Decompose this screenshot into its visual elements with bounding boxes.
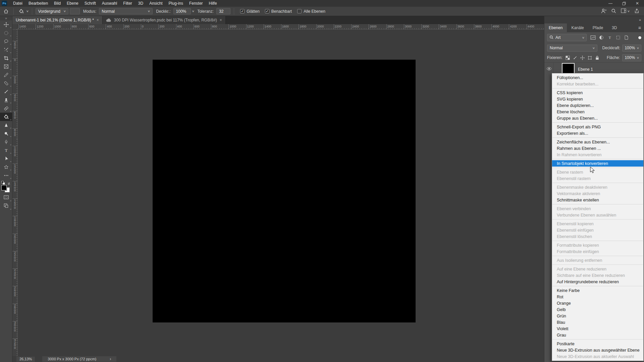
checkbox-gl-tten[interactable]: ✓Glätten — [240, 9, 260, 14]
toolbar-collapse-button[interactable]: » — [0, 16, 12, 20]
pattern-swatch-box[interactable] — [70, 8, 80, 14]
foreground-color-swatch[interactable] — [1, 185, 7, 190]
layer-opacity-box[interactable]: 100% ∨ — [622, 45, 641, 52]
status-chevron-icon[interactable]: › — [110, 357, 111, 361]
lasso-tool[interactable] — [0, 37, 12, 46]
fill-source-dropdown[interactable]: Vordergrund ∨ — [36, 8, 68, 14]
menubar-item-ansicht[interactable]: Ansicht — [146, 0, 165, 7]
brush-tool[interactable] — [0, 87, 12, 96]
context-menu-item-ebene-löschen[interactable]: Ebene löschen — [552, 109, 643, 115]
context-menu-item-violett[interactable]: Violett — [552, 325, 643, 332]
custom-shape-tool[interactable] — [0, 163, 12, 171]
sharpen-tool[interactable] — [0, 121, 12, 129]
context-menu-item-gelb[interactable]: Gelb — [552, 306, 643, 313]
context-menu-item-gruppe-aus-ebenen[interactable]: Gruppe aus Ebenen... — [552, 115, 643, 121]
quick-mask-button[interactable] — [0, 194, 12, 202]
marquee-tool[interactable] — [0, 29, 12, 37]
context-menu-item-exportieren-als[interactable]: Exportieren als... — [552, 130, 643, 136]
blend-mode-dropdown[interactable]: Normal ∨ — [547, 45, 597, 52]
document-tab[interactable]: Unbenannt-1 bei 26,1% (Ebene 1, RGB/8) *… — [12, 16, 103, 24]
default-colors-icon[interactable] — [3, 182, 5, 185]
context-menu-item-rot[interactable]: Rot — [552, 294, 643, 300]
layer-search-dropdown[interactable]: Art ∨ — [547, 34, 587, 41]
eyedropper-tool[interactable] — [0, 71, 12, 79]
context-menu-item-grau[interactable]: Grau — [552, 332, 643, 338]
share-icon[interactable] — [634, 8, 639, 14]
opacity-value-box[interactable]: 100% — [173, 8, 191, 14]
account-icon[interactable] — [601, 8, 606, 14]
context-menu-item-css-kopieren[interactable]: CSS kopieren — [552, 89, 643, 96]
menubar-item-bearbeiten[interactable]: Bearbeiten — [25, 0, 51, 7]
context-menu-item-blau[interactable]: Blau — [552, 319, 643, 325]
close-tab-icon[interactable]: × — [97, 18, 99, 22]
menubar-item-bild[interactable]: Bild — [51, 0, 64, 7]
minimize-button[interactable]: — — [604, 0, 617, 7]
eraser-tool[interactable] — [0, 104, 12, 113]
clone-stamp-tool[interactable] — [0, 96, 12, 104]
context-menu-item-rahmen-aus-ebenen[interactable]: Rahmen aus Ebenen ... — [552, 145, 643, 152]
panel-tab-ebenen[interactable]: Ebenen — [544, 23, 567, 32]
menubar-item-schrift[interactable]: Schrift — [82, 0, 99, 7]
context-menu-item-zeichenfläche-aus-ebenen[interactable]: Zeichenfläche aus Ebenen... — [552, 139, 643, 145]
menubar-item-hilfe[interactable]: Hilfe — [206, 0, 220, 7]
menubar-item-ebene[interactable]: Ebene — [64, 0, 82, 7]
workspace-switcher[interactable]: ∨ — [621, 8, 630, 14]
context-menu-item-orange[interactable]: Orange — [552, 300, 643, 306]
smart-object-filter-icon[interactable] — [623, 35, 630, 40]
path-selection-tool[interactable] — [0, 155, 12, 163]
magic-wand-tool[interactable] — [0, 46, 12, 54]
ruler-origin-corner[interactable] — [12, 24, 18, 29]
mode-dropdown[interactable]: Normal ∨ — [99, 8, 153, 14]
zoom-level-box[interactable]: 26,13% — [16, 357, 35, 362]
panel-tab-pfade[interactable]: Pfade — [588, 23, 607, 32]
chevron-down-icon[interactable]: ∨ — [26, 10, 29, 13]
collapse-panels-icon[interactable]: » — [639, 18, 641, 22]
type-tool[interactable]: T — [0, 146, 12, 155]
context-menu-item-svg-kopieren[interactable]: SVG kopieren — [552, 96, 643, 102]
healing-brush-tool[interactable] — [0, 79, 12, 87]
swap-colors-icon[interactable] — [7, 181, 11, 187]
paint-bucket-tool[interactable] — [0, 113, 12, 121]
layer-filter-toggle[interactable] — [638, 36, 641, 39]
context-menu-item-postkarte[interactable]: Postkarte — [552, 341, 643, 347]
shape-layer-filter-icon[interactable] — [614, 35, 622, 40]
context-menu-item-neue-3d-extrusion-aus-ausgewählter-ebene[interactable]: Neue 3D-Extrusion aus ausgewählter Ebene — [552, 347, 643, 353]
home-icon[interactable] — [2, 9, 10, 14]
edit-toolbar-button[interactable] — [0, 171, 12, 180]
menubar-item-datei[interactable]: Datei — [10, 0, 25, 7]
layer-fill-box[interactable]: 100% ∨ — [622, 54, 641, 61]
lock-artboard-icon[interactable] — [587, 56, 593, 60]
close-button[interactable]: ✕ — [631, 0, 644, 7]
menubar-item-plug-ins[interactable]: Plug-ins — [166, 0, 186, 7]
dodge-tool[interactable] — [0, 129, 12, 138]
restore-button[interactable] — [617, 0, 631, 7]
pixel-layer-filter-icon[interactable] — [589, 35, 596, 40]
context-menu-item-in-smartobjekt-konvertieren[interactable]: In Smartobjekt konvertieren — [552, 160, 643, 167]
lock-image-icon[interactable] — [572, 56, 578, 60]
panel-menu-icon[interactable]: ≡ — [638, 23, 644, 32]
move-tool[interactable] — [0, 20, 12, 29]
crop-tool[interactable] — [0, 54, 12, 62]
menubar-item-fenster[interactable]: Fenster — [186, 0, 206, 7]
document-tab[interactable]: 300 DPI Wassertropfen.psdc bei 117% (Tro… — [103, 16, 226, 24]
context-menu-item-keine-farbe[interactable]: Keine Farbe — [552, 287, 643, 294]
lock-transparency-icon[interactable] — [565, 56, 571, 60]
screen-mode-button[interactable] — [0, 202, 12, 210]
context-menu-item-ebene-duplizieren[interactable]: Ebene duplizieren... — [552, 102, 643, 109]
document-canvas[interactable] — [153, 60, 416, 322]
context-menu-item-schnittmaske-erstellen[interactable]: Schnittmaske erstellen — [552, 197, 643, 203]
panel-tab-kan-le[interactable]: Kanäle — [567, 23, 588, 32]
context-menu-item-fülloptionen[interactable]: Fülloptionen... — [552, 74, 643, 81]
context-menu-item-schnell-export-als-png[interactable]: Schnell-Export als PNG — [552, 124, 643, 130]
context-menu-item-auf-hintergrundebene-reduzieren[interactable]: Auf Hintergrundebene reduzieren — [552, 279, 643, 285]
tolerance-input[interactable]: 32 — [216, 8, 230, 14]
lock-position-icon[interactable] — [580, 56, 585, 60]
frame-tool[interactable] — [0, 62, 12, 71]
menubar-item-3d[interactable]: 3D — [135, 0, 146, 7]
adjustment-layer-filter-icon[interactable] — [598, 35, 605, 40]
panel-tab-3d[interactable]: 3D — [607, 23, 621, 32]
lock-all-icon[interactable] — [594, 56, 600, 60]
paint-bucket-preset-icon[interactable] — [17, 9, 25, 14]
menubar-item-auswahl[interactable]: Auswahl — [99, 0, 120, 7]
checkbox-alle-ebenen[interactable]: Alle Ebenen — [297, 9, 325, 14]
